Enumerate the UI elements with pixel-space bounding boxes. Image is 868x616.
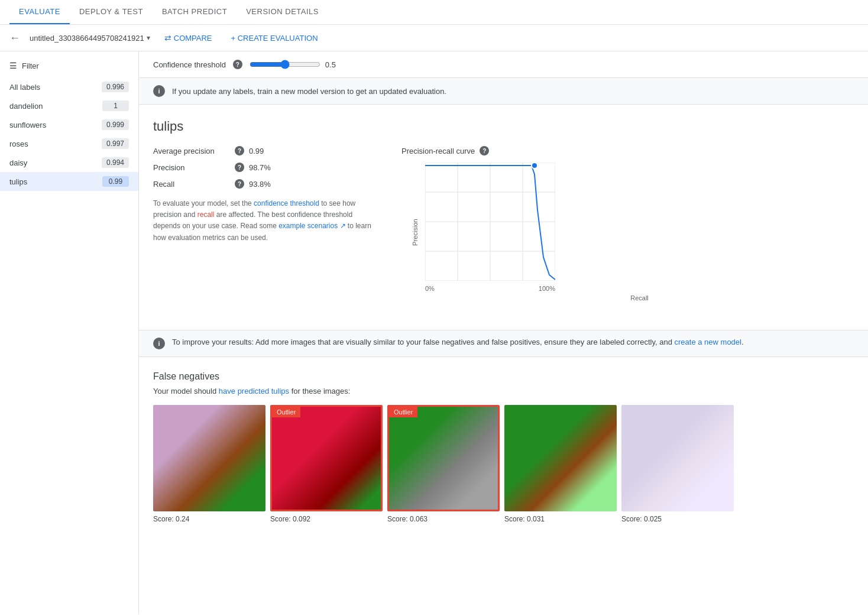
image-placeholder <box>153 405 265 511</box>
image-score: Score: 0.24 <box>153 515 265 523</box>
sidebar-item-roses[interactable]: roses 0.997 <box>0 134 138 153</box>
precision-row: Precision ? 98.7% <box>153 163 378 172</box>
sidebar-item-score: 0.997 <box>102 138 129 149</box>
image-card: Score: 0.025 <box>621 405 734 523</box>
model-selector[interactable]: untitled_33038664495708241921 ▾ <box>30 34 150 43</box>
create-eval-label: + CREATE EVALUATION <box>231 34 318 43</box>
eval-content: tulips Average precision ? 0.99 Precisio… <box>139 105 868 330</box>
chart-panel: Precision-recall curve ? Precision <box>401 146 854 301</box>
image-card: Outlier Score: 0.092 <box>270 405 383 523</box>
sidebar-item-label: roses <box>9 140 28 148</box>
precision-recall-chart <box>425 163 555 281</box>
chart-x-labels: 0% 100% <box>425 285 555 292</box>
image-wrapper[interactable] <box>504 405 617 511</box>
chart-title: Precision-recall curve ? <box>401 146 854 155</box>
content-area: Confidence threshold ? 0.5 i If you upda… <box>139 51 868 614</box>
false-negatives-section: False negatives Your model should have p… <box>139 357 868 537</box>
svg-point-10 <box>532 163 537 168</box>
recall-row: Recall ? 93.8% <box>153 179 378 189</box>
info-banner: i If you update any labels, train a new … <box>139 78 868 105</box>
images-row: Score: 0.24 Outlier Score: 0.092 Outlier <box>153 405 854 523</box>
metrics-chart-row: Average precision ? 0.99 Precision ? 98.… <box>153 146 854 301</box>
recall-value: 93.8% <box>249 180 271 189</box>
image-score: Score: 0.025 <box>621 515 734 523</box>
sidebar-item-score: 0.996 <box>102 82 129 92</box>
sidebar-item-tulips[interactable]: tulips 0.99 <box>0 172 138 191</box>
precision-help-icon[interactable]: ? <box>235 163 244 172</box>
image-wrapper[interactable] <box>153 405 265 511</box>
recall-label: Recall <box>153 180 230 189</box>
chart-x-end: 100% <box>539 285 555 292</box>
tab-batch-predict[interactable]: BATCH PREDICT <box>153 0 237 24</box>
top-nav: EVALUATE DEPLOY & TEST BATCH PREDICT VER… <box>0 0 868 25</box>
sidebar-item-score: 1 <box>102 100 129 111</box>
sidebar-item-sunflowers[interactable]: sunflowers 0.999 <box>0 115 138 134</box>
sidebar-item-label: dandelion <box>9 102 43 111</box>
sidebar-item-daisy[interactable]: daisy 0.994 <box>0 153 138 172</box>
image-wrapper[interactable] <box>621 405 734 511</box>
chart-help-icon[interactable]: ? <box>480 146 489 155</box>
tab-version-details[interactable]: VERSION DETAILS <box>237 0 328 24</box>
precision-label: Precision <box>153 163 230 172</box>
compare-label: COMPARE <box>174 34 212 43</box>
improve-banner: i To improve your results: Add more imag… <box>139 330 868 357</box>
filter-header: ☰ Filter <box>0 61 138 77</box>
example-scenarios-link[interactable]: example scenarios ↗ <box>278 222 345 230</box>
image-card: Score: 0.031 <box>504 405 617 523</box>
recall-help-icon[interactable]: ? <box>235 179 244 189</box>
sidebar-item-label: tulips <box>9 177 27 186</box>
image-wrapper[interactable]: Outlier <box>387 405 500 511</box>
sidebar: ☰ Filter All labels 0.996 dandelion 1 su… <box>0 51 139 614</box>
improve-info-icon: i <box>153 338 165 349</box>
confidence-slider[interactable] <box>250 60 320 69</box>
image-placeholder <box>389 407 498 510</box>
slider-value: 0.5 <box>325 60 336 69</box>
image-placeholder <box>272 407 381 510</box>
confidence-help-icon[interactable]: ? <box>233 60 242 69</box>
info-icon: i <box>153 85 165 97</box>
sidebar-item-all-labels[interactable]: All labels 0.996 <box>0 77 138 96</box>
false-negatives-subtitle: Your model should have predicted tulips … <box>153 387 854 395</box>
image-wrapper[interactable]: Outlier <box>270 405 383 511</box>
confidence-label: Confidence threshold <box>153 60 226 69</box>
sidebar-item-label: daisy <box>9 158 27 167</box>
sidebar-item-dandelion[interactable]: dandelion 1 <box>0 96 138 115</box>
image-card: Outlier Score: 0.063 <box>387 405 500 523</box>
improve-banner-text: To improve your results: Add more images… <box>172 338 744 346</box>
chevron-down-icon: ▾ <box>147 34 150 42</box>
image-placeholder <box>621 405 734 511</box>
confidence-threshold-bar: Confidence threshold ? 0.5 <box>139 51 868 78</box>
tab-evaluate[interactable]: EVALUATE <box>9 0 70 24</box>
main-layout: ☰ Filter All labels 0.996 dandelion 1 su… <box>0 51 868 614</box>
image-score: Score: 0.063 <box>387 515 500 523</box>
avg-precision-value: 0.99 <box>249 147 264 155</box>
slider-container: 0.5 <box>250 60 336 69</box>
image-placeholder <box>504 405 617 511</box>
model-name: untitled_33038664495708241921 <box>30 34 144 43</box>
sidebar-item-label: All labels <box>9 83 40 92</box>
outlier-badge: Outlier <box>389 407 417 417</box>
image-score: Score: 0.031 <box>504 515 617 523</box>
avg-precision-row: Average precision ? 0.99 <box>153 146 378 155</box>
image-score: Score: 0.092 <box>270 515 383 523</box>
metrics-panel: Average precision ? 0.99 Precision ? 98.… <box>153 146 378 301</box>
compare-button[interactable]: ⇄ COMPARE <box>160 30 217 46</box>
image-card: Score: 0.24 <box>153 405 265 523</box>
chart-y-label: Precision <box>412 219 419 245</box>
chart-title-text: Precision-recall curve <box>401 147 475 155</box>
chart-x-start: 0% <box>425 285 435 292</box>
avg-precision-help-icon[interactable]: ? <box>235 146 244 155</box>
outlier-badge: Outlier <box>272 407 300 417</box>
tab-deploy-test[interactable]: DEPLOY & TEST <box>70 0 153 24</box>
sidebar-item-score: 0.999 <box>102 119 129 130</box>
back-button[interactable]: ← <box>9 32 20 44</box>
avg-precision-label: Average precision <box>153 147 230 155</box>
create-evaluation-button[interactable]: + CREATE EVALUATION <box>226 30 323 46</box>
label-title: tulips <box>153 119 854 134</box>
sidebar-item-score: 0.994 <box>102 157 129 168</box>
compare-icon: ⇄ <box>164 33 171 43</box>
create-model-link[interactable]: create a new model <box>675 338 741 346</box>
chart-x-title: Recall <box>425 294 854 301</box>
filter-icon: ☰ <box>9 61 17 70</box>
sidebar-item-label: sunflowers <box>9 121 46 129</box>
